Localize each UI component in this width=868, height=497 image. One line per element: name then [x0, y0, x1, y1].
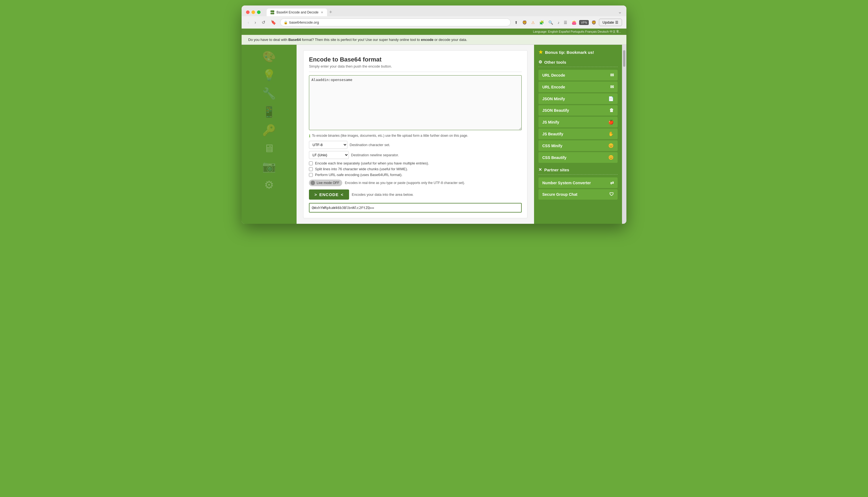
scrollbar[interactable]	[622, 45, 626, 224]
tab-bar: B64 Base64 Encode and Decode ✕ +	[266, 8, 608, 16]
bg-icon-5: 🔑	[262, 124, 276, 137]
encode-output[interactable]: QWxhYWRpkaW46b3BlbnNlc2FtZQ==	[309, 203, 522, 213]
forward-button[interactable]: ›	[253, 19, 258, 26]
encode-lines-checkbox[interactable]	[309, 161, 313, 165]
star-icon: ★	[538, 49, 543, 55]
tool-url-encode[interactable]: URL Encode ✉	[538, 82, 618, 92]
gear-icon: ⚙	[538, 60, 542, 65]
charset-row: UTF-8 ASCII ISO-8859-1 Destination chara…	[309, 141, 522, 149]
tool-number-system-converter[interactable]: Number System Converter ⇄	[538, 178, 618, 188]
share-icon[interactable]: ⬆	[513, 19, 520, 26]
brave-icon[interactable]: 🦁	[521, 19, 528, 26]
info-text-content: To encode binaries (like images, documen…	[312, 134, 468, 138]
bg-icon-4: 📱	[262, 105, 276, 118]
charset-select[interactable]: UTF-8 ASCII ISO-8859-1	[309, 141, 347, 149]
tool-url-decode[interactable]: URL Decode ✉	[538, 70, 618, 81]
encode-btn-description: Encodes your data into the area below.	[352, 193, 414, 197]
notice-text-end: or decode your data.	[433, 38, 467, 42]
url-decode-icon: ✉	[610, 72, 614, 78]
reload-button[interactable]: ↺	[260, 19, 267, 26]
url-text: base64encode.org	[289, 20, 507, 25]
toolbar-icons: ⬆ 🦁 ⚠ 🧩 🔍 ♪ ☰ 👛 VPN 🦁 Update ☰	[513, 19, 622, 26]
newline-select[interactable]: LF (Unix) CR+LF (Windows) CR (Mac)	[309, 151, 349, 159]
json-beautify-label: JSON Beautify	[542, 108, 569, 113]
music-icon[interactable]: ♪	[556, 19, 561, 26]
live-mode-toggle[interactable]: Live mode OFF	[309, 180, 342, 186]
notice-text-after: format? Then this site is perfect for yo…	[301, 38, 421, 42]
bg-icon-3: 🔧	[262, 87, 276, 100]
tool-css-minify[interactable]: CSS Minify 😊	[538, 140, 618, 151]
search-icon[interactable]: 🔍	[547, 19, 555, 26]
js-beautify-label: JS Beautify	[542, 132, 563, 136]
notice-text-before: Do you have to deal with	[248, 38, 288, 42]
encode-btn-label: ENCODE	[319, 192, 339, 197]
language-bar-text: Language: English Español Português Fran…	[533, 30, 621, 33]
close-button[interactable]	[246, 11, 250, 14]
checkbox-row-1: Encode each line separately (useful for …	[309, 161, 522, 165]
split-lines-label: Split lines into 76 character wide chunk…	[315, 167, 408, 171]
tool-json-minify[interactable]: JSON Minify 📄	[538, 94, 618, 104]
tool-js-minify[interactable]: JS Minify 🍎	[538, 117, 618, 127]
tool-json-beautify[interactable]: JSON Beautify 🗑	[538, 105, 618, 116]
encode-btn-row: > ENCODE < Encodes your data into the ar…	[309, 189, 522, 200]
newline-label: Destination newline separator.	[351, 153, 399, 157]
update-button[interactable]: Update ☰	[599, 19, 622, 26]
minimize-button[interactable]	[251, 11, 255, 14]
secure-group-chat-icon: 🛡	[609, 192, 614, 197]
split-lines-checkbox[interactable]	[309, 167, 313, 171]
toggle-circle	[311, 181, 315, 185]
encode-btn-arrow: >	[314, 192, 317, 197]
url-encode-icon: ✉	[610, 84, 614, 89]
extension-icon[interactable]: 🧩	[538, 19, 546, 26]
tool-secure-group-chat[interactable]: Secure Group Chat 🛡	[538, 189, 618, 200]
bg-icon-6: 🖥	[264, 142, 275, 155]
back-button[interactable]: ‹	[246, 19, 251, 26]
json-minify-label: JSON Minify	[542, 97, 565, 101]
other-tools-header: ⚙ Other tools	[538, 60, 618, 65]
encode-input[interactable]: Alaaddin:opensesame	[309, 75, 522, 130]
other-tools-label: Other tools	[544, 60, 566, 65]
partner-sites-label: Partner sites	[544, 168, 569, 172]
encode-subtitle: Simply enter your data then push the enc…	[309, 64, 522, 72]
json-minify-icon: 📄	[608, 96, 614, 101]
wallet-icon[interactable]: 👛	[570, 19, 578, 26]
encode-button[interactable]: > ENCODE <	[309, 189, 349, 200]
window-expand-icon[interactable]: ⌄	[618, 9, 622, 15]
notice-highlight: Base64	[288, 38, 301, 42]
main-content-area: 🎨 💡 🔧 📱 🔑 🖥 📷 ⚙ Encode to Base64 format …	[242, 45, 626, 224]
js-beautify-icon: ✋	[608, 131, 614, 137]
maximize-button[interactable]	[257, 11, 261, 14]
checkbox-row-3: Perform URL-safe encoding (uses Base64UR…	[309, 173, 522, 177]
alert-icon[interactable]: ⚠	[530, 19, 537, 26]
bg-icon-1: 🎨	[262, 50, 276, 63]
new-tab-button[interactable]: +	[327, 8, 334, 16]
tab-close-button[interactable]: ✕	[321, 11, 323, 14]
css-beautify-label: CSS Beautify	[542, 155, 566, 160]
css-beautify-icon: 😊	[608, 155, 614, 160]
url-safe-checkbox[interactable]	[309, 173, 313, 177]
charset-label: Destination character set.	[349, 143, 390, 147]
newline-row: LF (Unix) CR+LF (Windows) CR (Mac) Desti…	[309, 151, 522, 159]
partner-icon: ✕	[538, 167, 542, 172]
address-bar[interactable]: 🔒 base64encode.org	[280, 18, 511, 26]
partner-sites-divider	[538, 174, 618, 175]
lock-icon: 🔒	[284, 20, 288, 25]
css-minify-label: CSS Minify	[542, 144, 562, 148]
tab-favicon: B64	[271, 11, 274, 14]
brave-logo-icon[interactable]: 🦁	[590, 19, 598, 26]
scrollbar-thumb[interactable]	[623, 50, 625, 67]
notice-highlight2: encode	[421, 38, 433, 42]
bookmark-button[interactable]: 🔖	[269, 19, 278, 26]
top-notice: Do you have to deal with Base64 format? …	[242, 35, 626, 45]
vpn-badge[interactable]: VPN	[579, 20, 589, 25]
bonus-tip: ★ Bonus tip: Bookmark us!	[538, 49, 618, 55]
css-minify-icon: 😊	[608, 143, 614, 148]
active-tab[interactable]: B64 Base64 Encode and Decode ✕	[266, 9, 327, 16]
bg-icon-7: 📷	[262, 160, 276, 173]
tool-css-beautify[interactable]: CSS Beautify 😊	[538, 152, 618, 163]
sidebar-icon[interactable]: ☰	[562, 19, 569, 26]
tool-js-beautify[interactable]: JS Beautify ✋	[538, 128, 618, 139]
info-text: ℹ To encode binaries (like images, docum…	[309, 134, 522, 138]
live-mode-row: Live mode OFF Encodes in real-time as yo…	[309, 180, 522, 186]
url-decode-label: URL Decode	[542, 73, 565, 77]
